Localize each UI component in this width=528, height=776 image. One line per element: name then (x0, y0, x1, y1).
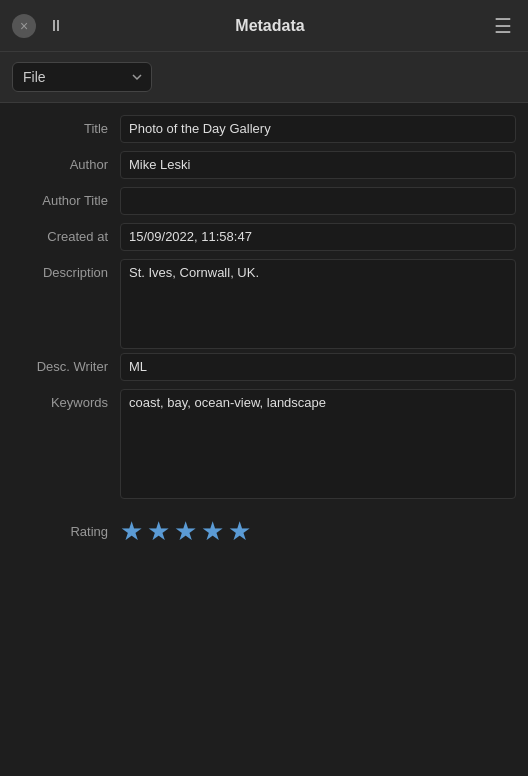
label-created-at: Created at (0, 223, 120, 244)
menu-icon: ☰ (494, 14, 512, 38)
value-title[interactable]: Photo of the Day Gallery (120, 115, 516, 143)
close-button[interactable]: × (12, 14, 36, 38)
rating-stars[interactable]: ★ ★ ★ ★ ★ (120, 516, 251, 547)
label-author: Author (0, 151, 120, 172)
star-2[interactable]: ★ (147, 516, 170, 547)
value-author-title[interactable] (120, 187, 516, 215)
label-description: Description (0, 259, 120, 280)
close-icon: × (20, 18, 28, 34)
menu-button[interactable]: ☰ (490, 10, 516, 42)
value-keywords[interactable]: coast, bay, ocean-view, landscape (120, 389, 516, 499)
toolbar: File (0, 52, 528, 103)
header: × ⏸ Metadata ☰ (0, 0, 528, 52)
file-select[interactable]: File (12, 62, 152, 92)
value-description[interactable]: St. Ives, Cornwall, UK. (120, 259, 516, 349)
label-desc-writer: Desc. Writer (0, 353, 120, 374)
metadata-row-author-title: Author Title (0, 187, 528, 219)
panel-title: Metadata (80, 17, 460, 35)
value-desc-writer[interactable]: ML (120, 353, 516, 381)
metadata-table: Title Photo of the Day Gallery Author Mi… (0, 107, 528, 559)
pause-icon: ⏸ (48, 17, 64, 35)
metadata-row-created-at: Created at 15/09/2022, 11:58:47 (0, 223, 528, 255)
label-keywords: Keywords (0, 389, 120, 410)
label-rating: Rating (0, 524, 120, 539)
star-5[interactable]: ★ (228, 516, 251, 547)
metadata-row-keywords: Keywords coast, bay, ocean-view, landsca… (0, 389, 528, 499)
star-1[interactable]: ★ (120, 516, 143, 547)
label-title: Title (0, 115, 120, 136)
value-created-at[interactable]: 15/09/2022, 11:58:47 (120, 223, 516, 251)
metadata-row-description: Description St. Ives, Cornwall, UK. (0, 259, 528, 349)
value-author[interactable]: Mike Leski (120, 151, 516, 179)
file-select-wrapper: File (12, 62, 152, 92)
metadata-row-author: Author Mike Leski (0, 151, 528, 183)
metadata-row-title: Title Photo of the Day Gallery (0, 115, 528, 147)
label-author-title: Author Title (0, 187, 120, 208)
metadata-row-rating: Rating ★ ★ ★ ★ ★ (0, 511, 528, 551)
metadata-row-desc-writer: Desc. Writer ML (0, 353, 528, 385)
star-4[interactable]: ★ (201, 516, 224, 547)
pause-button[interactable]: ⏸ (44, 14, 68, 38)
star-3[interactable]: ★ (174, 516, 197, 547)
main-content: Title Photo of the Day Gallery Author Mi… (0, 103, 528, 563)
